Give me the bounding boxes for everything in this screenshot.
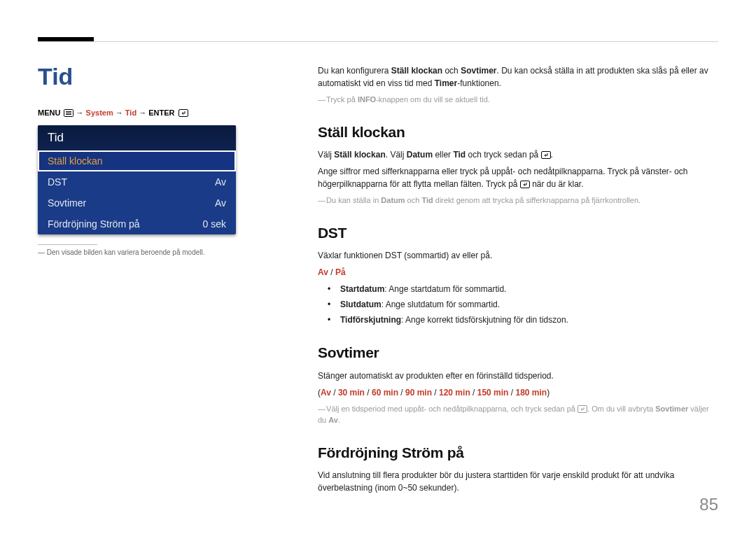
enter-icon <box>520 181 530 188</box>
breadcrumb-tid: Tid <box>125 108 136 117</box>
osd-item-fordrojning[interactable]: Fördröjning Ström på 0 sek <box>38 213 236 234</box>
stall-p1: Välj Ställ klockan. Välj Datum eller Tid… <box>318 148 718 161</box>
section-heading-fordrojning: Fördröjning Ström på <box>318 442 718 464</box>
breadcrumb-arrow: → <box>76 108 86 117</box>
osd-item-label: Ställ klockan <box>48 155 103 167</box>
breadcrumb-menu: MENU <box>38 108 60 117</box>
osd-item-sovtimer[interactable]: Sovtimer Av <box>38 192 236 213</box>
left-footnote: ― Den visade bilden kan variera beroende… <box>38 248 248 256</box>
osd-item-label: Sovtimer <box>48 197 86 209</box>
osd-item-stall-klockan[interactable]: Ställ klockan <box>38 150 236 171</box>
breadcrumb-enter: ENTER <box>148 108 174 117</box>
bullet-slutdatum: Slutdatum: Ange slutdatum för sommartid. <box>328 298 718 311</box>
breadcrumb-arrow: → <box>115 108 125 117</box>
section-heading-dst: DST <box>318 222 718 244</box>
sov-note: Välj en tidsperiod med uppåt- och nedåtp… <box>318 403 718 426</box>
osd-title: Tid <box>38 125 236 150</box>
right-column: Du kan konfigurera Ställ klockan och Sov… <box>318 64 718 498</box>
page-number: 85 <box>699 495 718 514</box>
menu-icon <box>64 109 74 117</box>
osd-item-dst[interactable]: DST Av <box>38 171 236 192</box>
section-heading-stall-klockan: Ställ klockan <box>318 121 718 143</box>
footnote-rule <box>38 244 97 245</box>
osd-item-value: Av <box>215 176 226 188</box>
ford-p1: Vid anslutning till flera produkter bör … <box>318 469 718 494</box>
left-footnote-text: Den visade bilden kan variera beroende p… <box>47 248 205 256</box>
stall-note: Du kan ställa in Datum och Tid direkt ge… <box>318 195 718 206</box>
breadcrumb-system: System <box>86 108 113 117</box>
dst-p1: Växlar funktionen DST (sommartid) av ell… <box>318 249 718 262</box>
enter-icon <box>541 151 551 159</box>
breadcrumb: MENU → System → Tid → ENTER <box>38 108 248 117</box>
breadcrumb-arrow: → <box>139 108 148 117</box>
enter-icon <box>578 405 587 413</box>
osd-item-label: DST <box>48 176 67 188</box>
osd-item-value: Av <box>215 197 226 209</box>
page-title: Tid <box>38 63 248 90</box>
dst-bullets: Startdatum: Ange startdatum för sommarti… <box>318 283 718 326</box>
osd-panel: Tid Ställ klockan DST Av Sovtimer Av För… <box>38 125 236 234</box>
bullet-startdatum: Startdatum: Ange startdatum för sommarti… <box>328 283 718 295</box>
intro-paragraph: Du kan konfigurera Ställ klockan och Sov… <box>318 64 718 90</box>
intro-note: Tryck på INFO-knappen om du vill se aktu… <box>318 94 718 106</box>
bullet-tidforskjutning: Tidförskjutning: Ange korrekt tidsförskj… <box>328 314 718 326</box>
enter-icon <box>178 109 188 117</box>
dst-options: Av / På <box>318 266 718 279</box>
top-divider <box>38 41 718 42</box>
sov-options: (Av / 30 min / 60 min / 90 min / 120 min… <box>318 386 718 399</box>
stall-p2: Ange siffror med sifferknapparna eller t… <box>318 165 718 190</box>
sov-p1: Stänger automatiskt av produkten efter e… <box>318 370 718 382</box>
section-heading-sovtimer: Sovtimer <box>318 342 718 364</box>
osd-item-label: Fördröjning Ström på <box>48 218 140 230</box>
left-column: Tid MENU → System → Tid → ENTER Tid Stäl… <box>38 63 248 256</box>
osd-item-value: 0 sek <box>203 218 226 230</box>
